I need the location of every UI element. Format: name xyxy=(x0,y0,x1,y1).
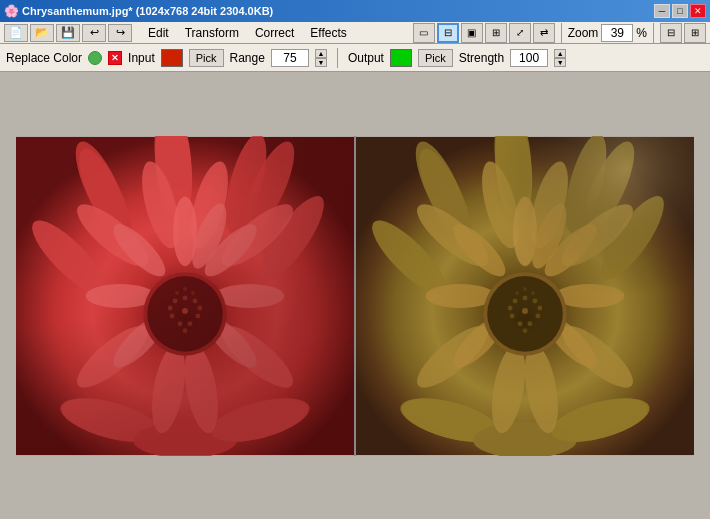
original-image-svg xyxy=(16,136,354,456)
menu-edit[interactable]: Edit xyxy=(144,24,173,42)
output-pick-button[interactable]: Pick xyxy=(418,49,453,67)
menu-bar: 📄 📂 💾 ↩ ↪ Edit Transform Correct Effects… xyxy=(0,22,710,44)
window-controls: ─ □ ✕ xyxy=(654,4,706,18)
close-button[interactable]: ✕ xyxy=(690,4,706,18)
output-color-swatch[interactable] xyxy=(390,49,412,67)
zoom-section: Zoom % xyxy=(568,24,647,42)
new-button[interactable]: 📄 xyxy=(4,24,28,42)
view-split-button[interactable]: ⊟ xyxy=(437,23,459,43)
title-bar-left: 🌸 Chrysanthemum.jpg* (1024x768 24bit 230… xyxy=(4,4,273,18)
zoom-out-button[interactable]: ⊟ xyxy=(660,23,682,43)
right-image-panel xyxy=(356,88,694,503)
strength-label: Strength xyxy=(459,51,504,65)
actual-size-button[interactable]: ⇄ xyxy=(533,23,555,43)
strength-input[interactable] xyxy=(510,49,548,67)
input-color-swatch[interactable] xyxy=(161,49,183,67)
range-down-button[interactable]: ▼ xyxy=(315,58,327,67)
input-label: Input xyxy=(128,51,155,65)
filter-separator xyxy=(337,48,338,68)
range-up-button[interactable]: ▲ xyxy=(315,49,327,58)
range-label: Range xyxy=(230,51,265,65)
reset-button[interactable]: ✕ xyxy=(108,51,122,65)
app-window: 🌸 Chrysanthemum.jpg* (1024x768 24bit 230… xyxy=(0,0,710,519)
zoom-percent: % xyxy=(636,26,647,40)
toolbar-separator2 xyxy=(653,23,654,43)
open-button[interactable]: 📂 xyxy=(30,24,54,42)
save-button[interactable]: 💾 xyxy=(56,24,80,42)
view-single-button[interactable]: ▭ xyxy=(413,23,435,43)
fit-button[interactable]: ⤢ xyxy=(509,23,531,43)
left-image-panel xyxy=(16,88,354,503)
view-compare-button[interactable]: ▣ xyxy=(461,23,483,43)
window-title: Chrysanthemum.jpg* (1024x768 24bit 2304.… xyxy=(22,5,273,17)
maximize-button[interactable]: □ xyxy=(672,4,688,18)
zoom-input[interactable] xyxy=(601,24,633,42)
filter-bar: Replace Color ✕ Input Pick Range ▲ ▼ Out… xyxy=(0,44,710,72)
minimize-button[interactable]: ─ xyxy=(654,4,670,18)
menu-correct[interactable]: Correct xyxy=(251,24,298,42)
title-bar: 🌸 Chrysanthemum.jpg* (1024x768 24bit 230… xyxy=(0,0,710,22)
original-image xyxy=(16,136,354,456)
svg-rect-95 xyxy=(356,136,694,454)
view-panel-button[interactable]: ⊞ xyxy=(485,23,507,43)
output-label: Output xyxy=(348,51,384,65)
strength-down-button[interactable]: ▼ xyxy=(554,58,566,67)
toolbar-left: 📄 📂 💾 ↩ ↪ xyxy=(0,24,136,42)
canvas-area xyxy=(0,72,710,519)
replace-color-label: Replace Color xyxy=(6,51,82,65)
processed-image-svg xyxy=(356,136,694,456)
zoom-label: Zoom xyxy=(568,26,599,40)
range-input[interactable] xyxy=(271,49,309,67)
menu-items: Edit Transform Correct Effects xyxy=(136,24,359,42)
strength-spinner[interactable]: ▲ ▼ xyxy=(554,49,566,67)
redo-button[interactable]: ↪ xyxy=(108,24,132,42)
undo-button[interactable]: ↩ xyxy=(82,24,106,42)
menu-effects[interactable]: Effects xyxy=(306,24,350,42)
app-icon: 🌸 xyxy=(4,4,18,18)
menu-transform[interactable]: Transform xyxy=(181,24,243,42)
svg-rect-47 xyxy=(16,136,354,454)
toolbar-right: ▭ ⊟ ▣ ⊞ ⤢ ⇄ Zoom % ⊟ ⊞ xyxy=(413,23,710,43)
strength-up-button[interactable]: ▲ xyxy=(554,49,566,58)
zoom-in-button[interactable]: ⊞ xyxy=(684,23,706,43)
toolbar-separator xyxy=(561,23,562,43)
processed-image xyxy=(356,136,694,456)
input-pick-button[interactable]: Pick xyxy=(189,49,224,67)
range-spinner[interactable]: ▲ ▼ xyxy=(315,49,327,67)
active-indicator[interactable] xyxy=(88,51,102,65)
